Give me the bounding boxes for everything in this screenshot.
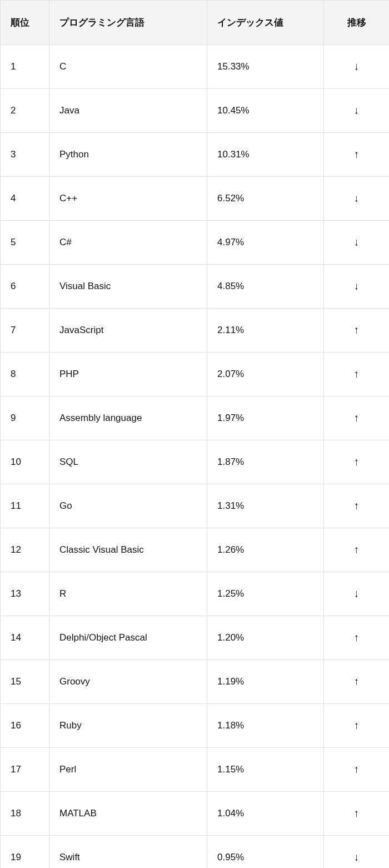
cell-rank: 6 bbox=[1, 265, 49, 309]
arrow-down-icon: ↓ bbox=[324, 221, 390, 265]
cell-language: C# bbox=[49, 221, 207, 265]
cell-rank: 3 bbox=[1, 133, 49, 177]
arrow-down-icon: ↓ bbox=[324, 265, 390, 309]
table-row: 18MATLAB1.04%↑ bbox=[1, 792, 390, 836]
cell-language: JavaScript bbox=[49, 309, 207, 353]
cell-rank: 2 bbox=[1, 89, 49, 133]
cell-rank: 15 bbox=[1, 660, 49, 704]
arrow-up-icon: ↑ bbox=[324, 440, 390, 484]
arrow-up-icon: ↑ bbox=[324, 704, 390, 748]
cell-index: 1.87% bbox=[207, 440, 324, 484]
table-row: 7JavaScript2.11%↑ bbox=[1, 309, 390, 353]
table-row: 4C++6.52%↓ bbox=[1, 177, 390, 221]
cell-rank: 16 bbox=[1, 704, 49, 748]
table-row: 17Perl1.15%↑ bbox=[1, 748, 390, 792]
table-row: 15Groovy1.19%↑ bbox=[1, 660, 390, 704]
cell-index: 1.97% bbox=[207, 396, 324, 440]
cell-language: Swift bbox=[49, 836, 207, 869]
table-row: 19Swift0.95%↓ bbox=[1, 836, 390, 869]
arrow-up-icon: ↑ bbox=[324, 353, 390, 396]
cell-language: Python bbox=[49, 133, 207, 177]
cell-language: C bbox=[49, 45, 207, 89]
table-row: 12Classic Visual Basic1.26%↑ bbox=[1, 528, 390, 572]
cell-rank: 8 bbox=[1, 353, 49, 396]
cell-rank: 13 bbox=[1, 572, 49, 616]
cell-index: 2.07% bbox=[207, 353, 324, 396]
cell-language: R bbox=[49, 572, 207, 616]
cell-index: 4.97% bbox=[207, 221, 324, 265]
cell-rank: 18 bbox=[1, 792, 49, 836]
cell-rank: 12 bbox=[1, 528, 49, 572]
arrow-up-icon: ↑ bbox=[324, 484, 390, 528]
cell-index: 1.19% bbox=[207, 660, 324, 704]
table-row: 14Delphi/Object Pascal1.20%↑ bbox=[1, 616, 390, 660]
cell-index: 1.20% bbox=[207, 616, 324, 660]
cell-language: MATLAB bbox=[49, 792, 207, 836]
cell-rank: 9 bbox=[1, 396, 49, 440]
cell-rank: 11 bbox=[1, 484, 49, 528]
cell-rank: 14 bbox=[1, 616, 49, 660]
arrow-up-icon: ↑ bbox=[324, 792, 390, 836]
cell-index: 1.18% bbox=[207, 704, 324, 748]
arrow-down-icon: ↓ bbox=[324, 89, 390, 133]
cell-language: SQL bbox=[49, 440, 207, 484]
arrow-up-icon: ↑ bbox=[324, 133, 390, 177]
cell-index: 1.25% bbox=[207, 572, 324, 616]
arrow-up-icon: ↑ bbox=[324, 660, 390, 704]
cell-index: 1.15% bbox=[207, 748, 324, 792]
cell-rank: 7 bbox=[1, 309, 49, 353]
table-row: 5C#4.97%↓ bbox=[1, 221, 390, 265]
header-rank: 順位 bbox=[1, 1, 49, 45]
cell-language: Assembly language bbox=[49, 396, 207, 440]
cell-index: 4.85% bbox=[207, 265, 324, 309]
arrow-up-icon: ↑ bbox=[324, 748, 390, 792]
cell-language: C++ bbox=[49, 177, 207, 221]
cell-index: 6.52% bbox=[207, 177, 324, 221]
cell-language: Go bbox=[49, 484, 207, 528]
table-row: 10SQL1.87%↑ bbox=[1, 440, 390, 484]
cell-index: 15.33% bbox=[207, 45, 324, 89]
table-row: 13R1.25%↓ bbox=[1, 572, 390, 616]
cell-index: 10.31% bbox=[207, 133, 324, 177]
cell-index: 2.11% bbox=[207, 309, 324, 353]
cell-index: 1.31% bbox=[207, 484, 324, 528]
table-row: 3Python10.31%↑ bbox=[1, 133, 390, 177]
arrow-up-icon: ↑ bbox=[324, 396, 390, 440]
cell-index: 1.04% bbox=[207, 792, 324, 836]
cell-language: Groovy bbox=[49, 660, 207, 704]
arrow-down-icon: ↓ bbox=[324, 572, 390, 616]
table-row: 9Assembly language1.97%↑ bbox=[1, 396, 390, 440]
cell-language: Visual Basic bbox=[49, 265, 207, 309]
table-row: 1C15.33%↓ bbox=[1, 45, 390, 89]
arrow-down-icon: ↓ bbox=[324, 836, 390, 869]
cell-language: Ruby bbox=[49, 704, 207, 748]
cell-index: 0.95% bbox=[207, 836, 324, 869]
cell-rank: 5 bbox=[1, 221, 49, 265]
cell-language: Delphi/Object Pascal bbox=[49, 616, 207, 660]
arrow-down-icon: ↓ bbox=[324, 177, 390, 221]
cell-index: 1.26% bbox=[207, 528, 324, 572]
cell-rank: 10 bbox=[1, 440, 49, 484]
cell-language: Classic Visual Basic bbox=[49, 528, 207, 572]
cell-rank: 1 bbox=[1, 45, 49, 89]
cell-language: Perl bbox=[49, 748, 207, 792]
arrow-up-icon: ↑ bbox=[324, 309, 390, 353]
cell-rank: 19 bbox=[1, 836, 49, 869]
arrow-up-icon: ↑ bbox=[324, 528, 390, 572]
cell-language: PHP bbox=[49, 353, 207, 396]
cell-rank: 4 bbox=[1, 177, 49, 221]
table-row: 2Java10.45%↓ bbox=[1, 89, 390, 133]
table-row: 6Visual Basic4.85%↓ bbox=[1, 265, 390, 309]
arrow-up-icon: ↑ bbox=[324, 616, 390, 660]
arrow-down-icon: ↓ bbox=[324, 45, 390, 89]
cell-rank: 17 bbox=[1, 748, 49, 792]
table-row: 11Go1.31%↑ bbox=[1, 484, 390, 528]
ranking-table: 順位 プログラミング言語 インデックス値 推移 1C15.33%↓2Java10… bbox=[0, 0, 389, 868]
header-language: プログラミング言語 bbox=[49, 1, 207, 45]
table-row: 8PHP2.07%↑ bbox=[1, 353, 390, 396]
cell-language: Java bbox=[49, 89, 207, 133]
header-trend: 推移 bbox=[324, 1, 390, 45]
table-row: 16Ruby1.18%↑ bbox=[1, 704, 390, 748]
header-index: インデックス値 bbox=[207, 1, 324, 45]
table-header-row: 順位 プログラミング言語 インデックス値 推移 bbox=[1, 1, 390, 45]
